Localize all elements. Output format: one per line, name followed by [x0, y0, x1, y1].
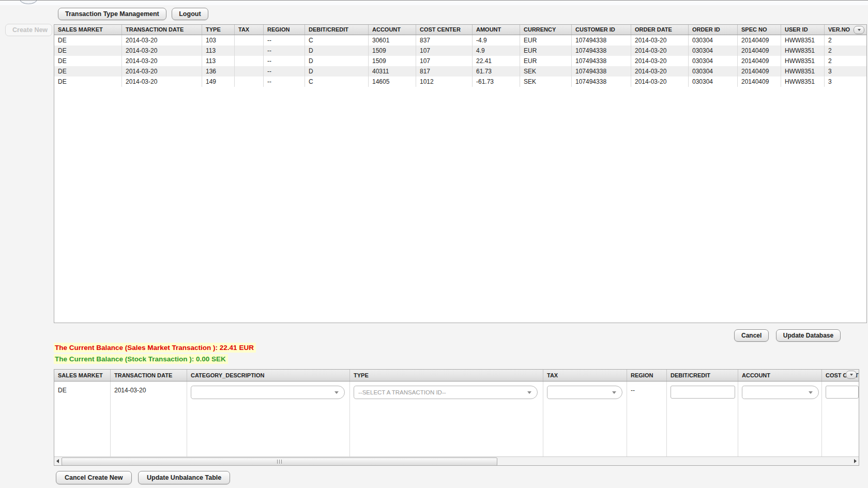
cell [235, 56, 264, 66]
column-header-order-date[interactable]: ORDER DATE [631, 25, 689, 35]
column-header-customer-id[interactable]: CUSTOMER ID [572, 25, 631, 35]
type-combobox[interactable]: --SELECT A TRANSACTION ID-- [354, 386, 538, 399]
column-header-user-id[interactable]: USER ID [781, 25, 825, 35]
column-header-type[interactable]: TYPE [350, 370, 543, 381]
cell: 2014-03-20 [631, 56, 689, 66]
cell: 107494338 [572, 66, 631, 77]
column-header-region[interactable]: REGION [627, 370, 667, 381]
cancel-create-new-button[interactable]: Cancel Create New [56, 471, 132, 484]
cell: 1012 [416, 77, 473, 87]
cell: 30601 [369, 35, 416, 45]
table-row[interactable]: DE 2014-03-20 149 -- C 14605 1012 -61.73… [54, 77, 866, 87]
cell: DE [54, 66, 122, 77]
triangle-right-icon [854, 459, 857, 463]
sales-market-balance-text: The Current Balance (Sales Market Transa… [54, 343, 256, 353]
column-header-tax[interactable]: TAX [235, 25, 264, 35]
column-header-debit-credit[interactable]: DEBIT/CREDIT [667, 370, 738, 381]
column-header-transaction-date[interactable]: TRANSACTION DATE [122, 25, 202, 35]
cell: 14605 [369, 77, 416, 87]
table-row[interactable]: DE 2014-03-20 136 -- D 40311 817 61.73 S… [54, 66, 866, 77]
table-row[interactable]: DE 2014-03-20 113 -- D 1509 107 22.41 EU… [54, 56, 866, 66]
collapsed-panel-icon [20, 0, 37, 4]
transaction-type-management-button[interactable]: Transaction Type Management [58, 8, 166, 20]
column-header-transaction-date[interactable]: TRANSACTION DATE [111, 370, 187, 381]
column-header-tax[interactable]: TAX [543, 370, 627, 381]
nav-bar: Transaction Type Management Logout [58, 8, 211, 20]
update-unbalance-table-button[interactable]: Update Unbalance Table [138, 471, 230, 484]
column-header-debit-credit[interactable]: DEBIT/CREDIT [305, 25, 369, 35]
cell: DE [54, 382, 111, 457]
cell: 2014-03-20 [631, 35, 689, 45]
create-new-button[interactable]: Create New [5, 24, 52, 36]
cell: 030304 [689, 45, 738, 56]
logout-button[interactable]: Logout [172, 8, 208, 20]
cell: 2014-03-20 [122, 56, 202, 66]
column-header-type[interactable]: TYPE [202, 25, 235, 35]
cell: 107 [416, 45, 473, 56]
category-description-combobox[interactable] [191, 386, 345, 399]
cancel-button[interactable]: Cancel [734, 329, 769, 342]
cell [235, 45, 264, 56]
cell: 837 [416, 35, 473, 45]
column-menu-button[interactable] [854, 26, 864, 34]
column-menu-button[interactable] [846, 371, 857, 379]
table-actions: Cancel Update Database [734, 329, 841, 342]
cell: 2 [825, 45, 867, 56]
cell: 2014-03-20 [122, 77, 202, 87]
column-header-sales-market[interactable]: SALES MARKET [54, 370, 111, 381]
cell: 40311 [369, 66, 416, 77]
column-header-account[interactable]: ACCOUNT [369, 25, 416, 35]
triangle-left-icon [56, 459, 59, 463]
cell [235, 66, 264, 77]
scroll-right-button[interactable] [852, 457, 859, 465]
column-header-region[interactable]: REGION [264, 25, 305, 35]
horizontal-scrollbar[interactable] [54, 456, 859, 465]
chevron-down-icon [612, 391, 616, 394]
cost-center-input[interactable] [826, 386, 859, 399]
create-table-row[interactable]: DE 2014-03-20 --SELECT A TRANSACTION ID-… [54, 382, 859, 457]
column-header-spec-no[interactable]: SPEC NO [738, 25, 781, 35]
transactions-table: SALES MARKET TRANSACTION DATE TYPE TAX R… [54, 24, 867, 323]
debit-credit-input[interactable] [671, 386, 735, 399]
scrollbar-thumb[interactable] [62, 457, 497, 466]
cell: 22.41 [473, 56, 520, 66]
cell: 030304 [689, 77, 738, 87]
cell: 107494338 [572, 77, 631, 87]
cell: -- [264, 35, 305, 45]
column-header-category-description[interactable]: CATEGORY_DESCRIPTION [187, 370, 350, 381]
column-header-amount[interactable]: AMOUNT [473, 25, 520, 35]
column-header-account[interactable]: ACCOUNT [738, 370, 822, 381]
update-database-button[interactable]: Update Database [776, 329, 841, 342]
column-header-currency[interactable]: CURRENCY [520, 25, 572, 35]
tax-combobox[interactable] [547, 386, 622, 399]
table-row[interactable]: DE 2014-03-20 113 -- D 1509 107 4.9 EUR … [54, 45, 866, 56]
account-combobox[interactable] [742, 386, 819, 399]
cell [543, 382, 627, 457]
cell: 20140409 [738, 45, 781, 56]
cell: 20140409 [738, 56, 781, 66]
cell: -- [264, 45, 305, 56]
cell: SEK [520, 66, 572, 77]
transactions-table-header: SALES MARKET TRANSACTION DATE TYPE TAX R… [54, 25, 866, 35]
cell: 2014-03-20 [631, 66, 689, 77]
table-row[interactable]: DE 2014-03-20 103 -- C 30601 837 -4.9 EU… [54, 35, 866, 45]
create-table-actions: Cancel Create New Update Unbalance Table [56, 471, 234, 484]
cell: -- [627, 382, 667, 457]
scroll-left-button[interactable] [54, 457, 61, 465]
column-header-cost-center[interactable]: COST CENTER [416, 25, 473, 35]
cell: 2014-03-20 [111, 382, 187, 457]
cell: 3 [825, 77, 867, 87]
cell: 2 [825, 35, 867, 45]
cell: DE [54, 77, 122, 87]
cell: 2014-03-20 [122, 45, 202, 56]
column-header-order-id[interactable]: ORDER ID [689, 25, 738, 35]
cell [738, 382, 822, 457]
scrollbar-grip-icon [277, 460, 282, 464]
chevron-down-icon [850, 374, 853, 376]
cell [667, 382, 738, 457]
cell: 030304 [689, 56, 738, 66]
cell: 107494338 [572, 35, 631, 45]
column-header-sales-market[interactable]: SALES MARKET [54, 25, 122, 35]
cell [822, 382, 859, 457]
combobox-placeholder: --SELECT A TRANSACTION ID-- [354, 386, 537, 399]
